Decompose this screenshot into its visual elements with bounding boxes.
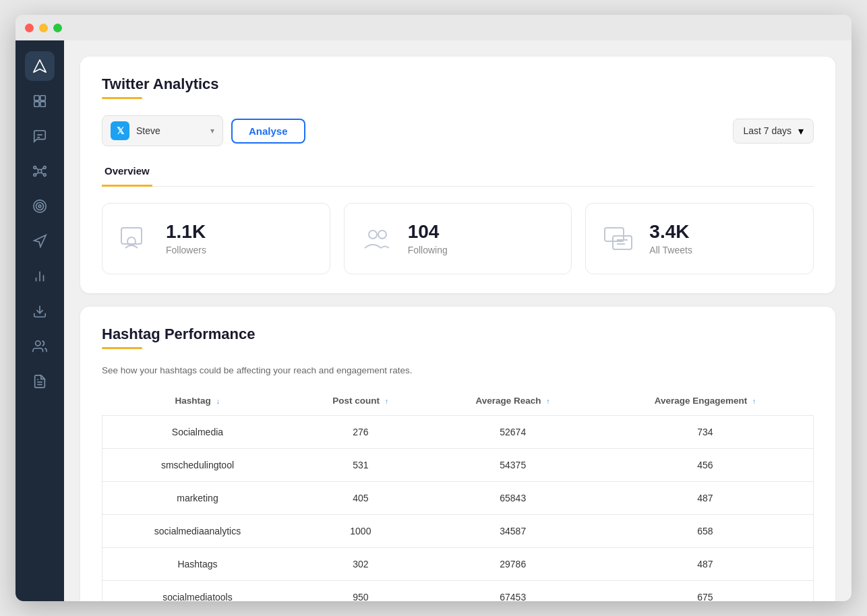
- main-window: Twitter Analytics 𝕏 Steve ▾ Analyse Last…: [16, 15, 851, 601]
- svg-point-9: [34, 174, 36, 177]
- tweets-value: 3.4K: [649, 222, 692, 243]
- cell-avg_engagement: 456: [597, 449, 814, 482]
- svg-point-22: [36, 341, 40, 346]
- sidebar-item-reports[interactable]: [25, 367, 55, 396]
- svg-line-12: [41, 168, 44, 170]
- following-label: Following: [408, 245, 448, 255]
- svg-line-14: [41, 173, 44, 175]
- account-name: Steve: [136, 125, 204, 136]
- sort-up-icon: ↑: [546, 397, 550, 405]
- cell-post_count: 950: [293, 581, 429, 602]
- tabs-row: Overview: [102, 160, 814, 187]
- title-underline: [102, 97, 142, 99]
- cell-post_count: 405: [293, 482, 429, 515]
- cell-avg_reach: 65843: [429, 482, 597, 515]
- sidebar-item-analytics[interactable]: [25, 261, 55, 291]
- svg-point-15: [34, 200, 46, 212]
- main-content: Twitter Analytics 𝕏 Steve ▾ Analyse Last…: [64, 40, 851, 601]
- table-row: socialmediaanalytics100034587658: [102, 515, 814, 548]
- followers-value: 1.1K: [166, 222, 206, 243]
- sort-up-icon: ↑: [385, 397, 389, 405]
- cell-avg_engagement: 658: [597, 515, 814, 548]
- hashtag-title-underline: [102, 347, 142, 349]
- minimize-button[interactable]: [39, 24, 48, 32]
- sidebar: [16, 40, 64, 601]
- date-range-label: Last 7 days: [743, 125, 791, 136]
- analyse-button[interactable]: Analyse: [231, 119, 305, 144]
- sort-down-icon: ↓: [216, 397, 220, 405]
- sidebar-item-target[interactable]: [25, 191, 55, 221]
- svg-line-13: [36, 173, 39, 175]
- account-selector[interactable]: 𝕏 Steve ▾: [102, 115, 223, 146]
- tweets-icon: [599, 220, 637, 257]
- hashtag-card: Hashtag Performance See how your hashtag…: [80, 307, 835, 601]
- table-row: Socialmedia27652674734: [102, 416, 814, 449]
- sidebar-item-campaigns[interactable]: [25, 226, 55, 256]
- col-header-avgreach[interactable]: Average Reach ↑: [429, 389, 597, 416]
- followers-icon: [116, 220, 154, 257]
- cell-avg_reach: 52674: [429, 416, 597, 449]
- svg-point-17: [38, 205, 41, 208]
- followers-label: Followers: [166, 245, 206, 255]
- svg-rect-30: [613, 236, 632, 249]
- cell-hashtag: Hashtags: [102, 548, 293, 581]
- cell-avg_reach: 67453: [429, 581, 597, 602]
- stat-card-following: 104 Following: [344, 203, 572, 274]
- sidebar-item-network[interactable]: [25, 156, 55, 186]
- svg-point-10: [44, 174, 47, 177]
- cell-post_count: 1000: [293, 515, 429, 548]
- following-icon: [358, 220, 396, 257]
- svg-point-27: [369, 230, 377, 239]
- col-header-postcount[interactable]: Post count ↑: [293, 389, 429, 416]
- col-header-hashtag[interactable]: Hashtag ↓: [102, 389, 293, 416]
- twitter-icon: 𝕏: [111, 121, 129, 140]
- cell-avg_engagement: 487: [597, 548, 814, 581]
- sidebar-item-navigation[interactable]: [25, 51, 55, 81]
- hashtag-table: Hashtag ↓ Post count ↑ Average Reach ↑: [102, 389, 814, 601]
- cell-avg_reach: 54375: [429, 449, 597, 482]
- stats-row: 1.1K Followers: [102, 203, 814, 274]
- svg-line-11: [36, 168, 39, 170]
- cell-avg_reach: 34587: [429, 515, 597, 548]
- titlebar: [16, 15, 851, 40]
- cell-hashtag: Socialmedia: [102, 416, 293, 449]
- cell-post_count: 531: [293, 449, 429, 482]
- maximize-button[interactable]: [53, 24, 62, 32]
- sidebar-item-messages[interactable]: [25, 121, 55, 151]
- col-header-avgengagement[interactable]: Average Engagement ↑: [597, 389, 814, 416]
- svg-rect-1: [40, 96, 45, 100]
- tweets-label: All Tweets: [649, 245, 692, 255]
- svg-rect-25: [121, 228, 142, 244]
- cell-hashtag: socialmediatools: [102, 581, 293, 602]
- hashtag-subtitle: See how your hashtags could be affecting…: [102, 365, 814, 375]
- sidebar-item-dashboard[interactable]: [25, 86, 55, 116]
- tab-overview[interactable]: Overview: [102, 160, 152, 187]
- date-range-selector[interactable]: Last 7 days ▾: [733, 119, 814, 144]
- chevron-down-icon: ▾: [798, 125, 804, 137]
- stat-card-tweets: 3.4K All Tweets: [585, 203, 814, 274]
- followers-info: 1.1K Followers: [166, 222, 206, 256]
- cell-avg_engagement: 675: [597, 581, 814, 602]
- hashtag-title: Hashtag Performance: [102, 326, 814, 343]
- svg-rect-2: [34, 102, 39, 106]
- table-row: marketing40565843487: [102, 482, 814, 515]
- tweets-info: 3.4K All Tweets: [649, 222, 692, 256]
- cell-hashtag: socialmediaanalytics: [102, 515, 293, 548]
- analytics-card: Twitter Analytics 𝕏 Steve ▾ Analyse Last…: [80, 57, 835, 293]
- app-body: Twitter Analytics 𝕏 Steve ▾ Analyse Last…: [16, 40, 851, 601]
- analytics-title: Twitter Analytics: [102, 75, 814, 93]
- sidebar-item-audience[interactable]: [25, 332, 55, 361]
- cell-avg_engagement: 487: [597, 482, 814, 515]
- toolbar-row: 𝕏 Steve ▾ Analyse Last 7 days ▾: [102, 115, 814, 146]
- table-row: smschedulingtool53154375456: [102, 449, 814, 482]
- following-info: 104 Following: [408, 222, 448, 256]
- cell-avg_reach: 29786: [429, 548, 597, 581]
- close-button[interactable]: [25, 24, 34, 32]
- sidebar-item-download[interactable]: [25, 297, 55, 326]
- stat-card-followers: 1.1K Followers: [102, 203, 330, 274]
- cell-avg_engagement: 734: [597, 416, 814, 449]
- svg-point-28: [378, 230, 386, 239]
- cell-hashtag: smschedulingtool: [102, 449, 293, 482]
- following-value: 104: [408, 222, 448, 243]
- svg-rect-0: [34, 96, 39, 100]
